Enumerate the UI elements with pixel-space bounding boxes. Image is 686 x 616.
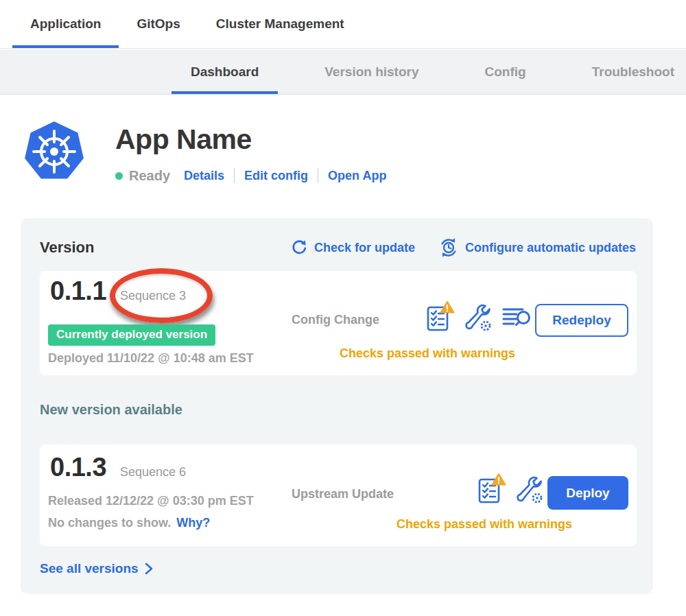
kubernetes-logo-icon (24, 121, 84, 182)
available-version-number: 0.1.3 (50, 453, 106, 482)
app-status-row: Ready Details Edit config Open App (115, 166, 386, 185)
open-app-link[interactable]: Open App (328, 169, 386, 183)
current-version-row: 0.1.1 Sequence 3 (50, 276, 186, 306)
nav-item-application[interactable]: Application (12, 0, 119, 48)
wrench-gear-icon[interactable] (464, 302, 492, 332)
tab-config[interactable]: Config (466, 49, 545, 94)
wrench-gear-icon[interactable] (516, 474, 543, 504)
current-version-sequence: Sequence 3 (120, 289, 186, 303)
see-all-versions-label: See all versions (40, 561, 139, 576)
app-dashboard-page: Application GitOps Cluster Management Da… (0, 0, 686, 616)
page-title: App Name (115, 123, 252, 156)
nav-item-gitops[interactable]: GitOps (119, 0, 198, 48)
available-version-sequence: Sequence 6 (120, 465, 186, 479)
released-timestamp: Released 12/12/22 @ 03:30 pm EST (48, 494, 254, 508)
chevron-right-icon (144, 562, 154, 576)
tab-dashboard[interactable]: Dashboard (172, 49, 278, 94)
available-version-card: 0.1.3 Sequence 6 Released 12/12/22 @ 03:… (40, 445, 637, 546)
checks-warning-text: Checks passed with warnings (340, 346, 515, 361)
clock-refresh-icon (438, 237, 459, 258)
see-all-versions-link[interactable]: See all versions (40, 561, 154, 576)
why-link[interactable]: Why? (176, 516, 210, 530)
change-type-label: Config Change (292, 313, 379, 327)
deploy-button[interactable]: Deploy (547, 476, 628, 510)
checklist-warning-icon[interactable] (477, 473, 506, 505)
edit-config-link[interactable]: Edit config (244, 169, 308, 183)
app-tab-bar: Dashboard Version history Config Trouble… (0, 49, 686, 95)
link-divider (234, 168, 235, 183)
configure-automatic-updates-link[interactable]: Configure automatic updates (438, 237, 636, 258)
checklist-warning-icon[interactable] (426, 301, 455, 333)
currently-deployed-badge: Currently deployed version (48, 324, 215, 346)
current-version-number: 0.1.1 (50, 276, 106, 306)
details-link[interactable]: Details (184, 169, 224, 183)
check-for-update-label: Check for update (314, 241, 415, 255)
deployed-timestamp: Deployed 11/10/22 @ 10:48 am EST (48, 351, 254, 366)
check-for-update-link[interactable]: Check for update (290, 237, 415, 258)
current-version-card: 0.1.1 Sequence 3 Currently deployed vers… (40, 271, 637, 375)
no-changes-row: No changes to show. Why? (48, 516, 210, 530)
change-type-label: Upstream Update (292, 487, 394, 501)
ready-status-dot-icon (115, 172, 123, 180)
available-version-row: 0.1.3 Sequence 6 (50, 453, 186, 482)
tab-version-history[interactable]: Version history (305, 49, 438, 94)
tab-troubleshoot[interactable]: Troubleshoot (573, 49, 686, 94)
redeploy-button[interactable]: Redeploy (535, 304, 628, 337)
refresh-icon (290, 239, 308, 257)
new-version-available-heading: New version available (40, 402, 182, 418)
nav-item-cluster-management[interactable]: Cluster Management (198, 0, 362, 48)
top-navigation: Application GitOps Cluster Management (0, 0, 686, 49)
version-panel-title: Version (40, 239, 94, 257)
preflight-icon-row (477, 473, 543, 505)
version-panel: Version Check for update Configur (21, 218, 653, 594)
ready-status-label: Ready (129, 168, 170, 184)
configure-automatic-updates-label: Configure automatic updates (465, 241, 636, 255)
checks-warning-text: Checks passed with warnings (397, 517, 572, 532)
preflight-icon-row (426, 301, 532, 333)
version-panel-actions: Check for update Configure automatic upd… (290, 237, 636, 258)
no-changes-text: No changes to show. (48, 516, 171, 530)
log-search-icon[interactable] (501, 304, 532, 330)
link-divider (318, 168, 318, 183)
